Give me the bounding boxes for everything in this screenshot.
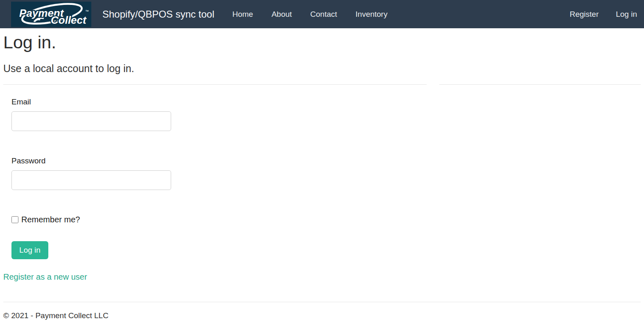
app-title[interactable]: Shopify/QBPOS sync tool: [102, 9, 214, 20]
remember-me-row: Remember me?: [11, 215, 641, 224]
register-link[interactable]: Register as a new user: [3, 272, 87, 282]
form-section-divider: [3, 84, 427, 85]
nav-login[interactable]: Log in: [616, 10, 637, 19]
nav-about[interactable]: About: [271, 10, 292, 19]
nav-inventory[interactable]: Inventory: [355, 10, 387, 19]
email-input[interactable]: [11, 111, 171, 131]
account-nav: Register Log in: [569, 10, 637, 19]
logo-text-collect: Collect: [51, 14, 87, 26]
copyright-text: © 2021 - Payment Collect LLC: [3, 310, 641, 321]
footer: © 2021 - Payment Collect LLC: [0, 302, 644, 328]
page-title: Log in.: [3, 32, 641, 52]
navbar: Payment Collect ™ Shopify/QBPOS sync too…: [0, 0, 644, 28]
divider-row: [3, 84, 641, 85]
password-input[interactable]: [11, 170, 171, 190]
nav-register[interactable]: Register: [569, 10, 599, 19]
login-button[interactable]: Log in: [11, 241, 48, 259]
footer-divider: [3, 302, 641, 302]
login-form: Email Password Remember me? Log in: [11, 97, 641, 259]
remember-checkbox[interactable]: [11, 216, 18, 223]
main-content: Log in. Use a local account to log in. E…: [0, 32, 644, 282]
remember-label[interactable]: Remember me?: [21, 215, 80, 224]
page-subtitle: Use a local account to log in.: [3, 62, 641, 75]
side-section-divider: [439, 84, 641, 85]
nav-contact[interactable]: Contact: [310, 10, 337, 19]
nav-home[interactable]: Home: [232, 10, 253, 19]
payment-collect-logo[interactable]: Payment Collect ™: [11, 2, 91, 27]
main-nav: Home About Contact Inventory: [232, 10, 387, 19]
password-label: Password: [11, 156, 641, 167]
logo-trademark: ™: [85, 9, 89, 14]
email-label: Email: [11, 97, 641, 108]
